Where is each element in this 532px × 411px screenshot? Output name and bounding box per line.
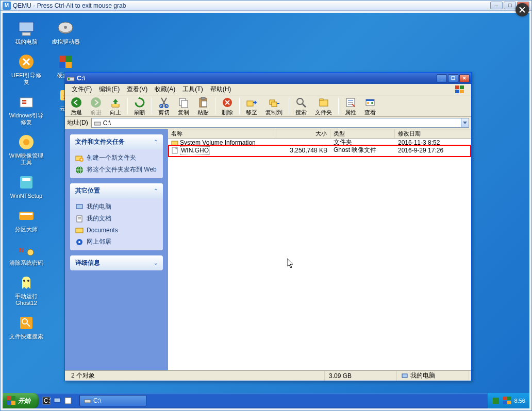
col-header-date[interactable]: 修改日期 xyxy=(395,129,471,138)
col-header-size[interactable]: 大小 xyxy=(276,129,330,138)
sidebar-other-header[interactable]: 其它位置⌃ xyxy=(70,183,163,198)
sidebar-item-network[interactable]: 网上邻居 xyxy=(75,237,158,246)
quicklaunch-item[interactable]: C:\ xyxy=(42,396,51,405)
drive-icon xyxy=(84,397,91,404)
overlay-close-button[interactable] xyxy=(516,3,529,16)
col-header-type[interactable]: 类型 xyxy=(330,129,395,138)
desktop-icon-search[interactable]: 文件快速搜索 xyxy=(8,313,45,341)
sidebar-item-mycomputer[interactable]: 我的电脑 xyxy=(75,202,158,211)
guest-desktop[interactable]: 我的电脑 UEFI引导修复 Widnows引导修复 WIM映像管理工具 WinN… xyxy=(3,13,529,408)
chevron-down-icon: ⌄ xyxy=(154,260,158,266)
toolbar-copyto-button[interactable]: 复制到 xyxy=(262,95,286,117)
quicklaunch-item[interactable] xyxy=(53,396,62,405)
svg-rect-39 xyxy=(181,100,188,108)
svg-point-34 xyxy=(71,97,81,108)
desktop-icon-vdrive[interactable]: 虚拟驱动器 xyxy=(47,18,84,46)
toolbar-folders-button[interactable]: 文件夹 xyxy=(311,95,336,117)
tray-icon[interactable] xyxy=(503,397,511,405)
tray-icon[interactable] xyxy=(492,397,500,405)
sidebar-item-newfolder[interactable]: 创建一个新文件夹 xyxy=(75,153,158,162)
desktop-icon-partition[interactable]: 分区大师 xyxy=(8,206,45,234)
menu-view[interactable]: 查看(V) xyxy=(123,84,151,95)
sidebar-item-documents[interactable]: Documents xyxy=(75,226,158,234)
desktop-icon-ghost[interactable]: 手动运行Ghost12 xyxy=(8,272,45,307)
toolbar-separator xyxy=(215,98,215,114)
sidebar-panel-tasks: 文件和文件夹任务⌃ 创建一个新文件夹 将这个文件夹发布到 Web xyxy=(70,134,163,178)
svg-rect-31 xyxy=(460,85,464,89)
file-row[interactable]: System Volume Information 文件夹 2016-11-3 … xyxy=(168,139,471,146)
explorer-close-button[interactable]: ✕ xyxy=(459,74,470,82)
svg-rect-82 xyxy=(54,398,60,402)
svg-point-57 xyxy=(367,102,369,104)
status-location: 我的电脑 xyxy=(397,371,469,381)
qemu-minimize-button[interactable]: ─ xyxy=(490,2,503,9)
svg-rect-41 xyxy=(201,97,205,99)
address-input[interactable]: C:\ xyxy=(91,118,461,128)
toolbar-delete-button[interactable]: 删除 xyxy=(218,95,237,117)
toolbar-properties-button[interactable]: 属性 xyxy=(341,95,360,117)
menu-tools[interactable]: 工具(T) xyxy=(179,84,206,95)
file-area: 名称 大小 类型 修改日期 System Volume Information … xyxy=(168,129,471,370)
newfolder-icon xyxy=(75,154,84,162)
toolbar-refresh-button[interactable]: 刷新 xyxy=(130,95,149,117)
toolbar-search-button[interactable]: 搜索 xyxy=(292,95,310,117)
svg-rect-79 xyxy=(11,401,15,405)
svg-rect-5 xyxy=(22,102,26,104)
toolbar-views-button[interactable]: 查看 xyxy=(361,95,379,117)
svg-rect-87 xyxy=(507,397,511,400)
drive-icon xyxy=(66,75,75,82)
menu-file[interactable]: 文件(F) xyxy=(68,84,95,95)
svg-rect-42 xyxy=(202,101,207,107)
file-icon xyxy=(171,147,178,154)
svg-rect-65 xyxy=(76,204,82,209)
explorer-titlebar[interactable]: C:\ _ ☐ ✕ xyxy=(65,73,471,84)
toolbar-back-button[interactable]: 后退 xyxy=(67,95,86,117)
toolbar-moveto-button[interactable]: 移至 xyxy=(242,95,261,117)
desktop-icon-mycomputer[interactable]: 我的电脑 xyxy=(8,18,45,46)
system-tray[interactable]: 8:56 xyxy=(487,393,529,408)
svg-point-13 xyxy=(27,249,34,255)
sidebar-item-mydocs[interactable]: 我的文档 xyxy=(75,214,158,223)
desktop-icon-ntpwd[interactable]: N清除系统密码 xyxy=(8,239,45,267)
file-list[interactable]: System Volume Information 文件夹 2016-11-3 … xyxy=(168,139,471,370)
start-button[interactable]: 开始 xyxy=(3,393,39,408)
mydocs-icon xyxy=(75,215,84,223)
toolbar-forward-button: 前进 xyxy=(87,95,105,117)
svg-line-48 xyxy=(303,104,306,107)
qemu-maximize-button[interactable]: ☐ xyxy=(504,2,516,9)
explorer-maximize-button[interactable]: ☐ xyxy=(448,74,458,82)
toolbar-separator xyxy=(338,98,339,114)
svg-rect-73 xyxy=(172,141,178,145)
moveto-icon xyxy=(246,97,257,108)
toolbar-cut-button[interactable]: 剪切 xyxy=(155,95,173,117)
svg-rect-83 xyxy=(65,398,71,404)
qemu-titlebar[interactable]: M QEMU - Press Ctrl-Alt to exit mouse gr… xyxy=(1,1,531,11)
file-row[interactable]: WIN.GHO 3,250,748 KB Ghost 映像文件 2016-9-2… xyxy=(168,146,471,154)
col-header-name[interactable]: 名称 xyxy=(168,129,276,138)
desktop-icon-wim[interactable]: WIM映像管理工具 xyxy=(8,132,45,167)
menu-help[interactable]: 帮助(H) xyxy=(207,84,235,95)
toolbar-copy-button[interactable]: 复制 xyxy=(174,95,193,117)
taskbar-clock[interactable]: 8:56 xyxy=(514,398,525,404)
computer-icon xyxy=(75,203,84,211)
toolbar-up-button[interactable]: 向上 xyxy=(106,95,125,117)
sidebar-tasks-header[interactable]: 文件和文件夹任务⌃ xyxy=(70,134,163,149)
sidebar-details-header[interactable]: 详细信息⌄ xyxy=(70,255,163,270)
quicklaunch-item[interactable] xyxy=(63,396,73,405)
desktop-icon-winrepair[interactable]: Widnows引导修复 xyxy=(8,92,45,127)
svg-rect-77 xyxy=(11,396,15,400)
address-dropdown-button[interactable] xyxy=(461,118,469,128)
desktop-icon-winnt[interactable]: WinNTSetup xyxy=(8,172,45,200)
menu-favorites[interactable]: 收藏(A) xyxy=(151,84,179,95)
sidebar-item-publish[interactable]: 将这个文件夹发布到 Web xyxy=(75,165,158,174)
menu-edit[interactable]: 编辑(E) xyxy=(95,84,123,95)
taskbar-button-explorer[interactable]: C:\ xyxy=(79,395,146,406)
search-icon xyxy=(295,97,307,108)
taskbar-tasks: C:\ xyxy=(76,395,487,407)
explorer-minimize-button[interactable]: _ xyxy=(437,74,447,82)
windows-logo-icon xyxy=(451,85,469,94)
desktop-icon-uefi[interactable]: UEFI引导修复 xyxy=(8,52,45,87)
qemu-icon: M xyxy=(3,2,11,10)
toolbar-paste-button[interactable]: 粘贴 xyxy=(194,95,212,117)
explorer-statusbar: 2 个对象 3.09 GB 我的电脑 xyxy=(65,370,471,381)
